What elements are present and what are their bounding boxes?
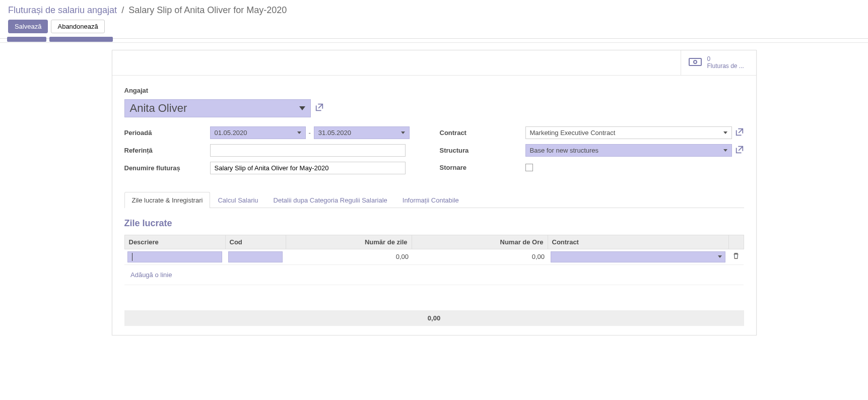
reversal-label: Stornare	[440, 162, 525, 173]
employee-select[interactable]: Anita Oliver	[124, 99, 311, 117]
row-description-input[interactable]	[127, 251, 222, 262]
money-icon	[688, 57, 702, 69]
contract-select[interactable]: Marketing Executive Contract	[525, 126, 732, 139]
right-column: Contract Marketing Executive Contract St…	[440, 126, 744, 179]
col-hours: Numar de Ore	[412, 235, 548, 249]
table-total: 0,00	[124, 310, 744, 326]
tab-details[interactable]: Detalii dupa Categoria Regulii Salariale	[266, 192, 395, 208]
tab-worked-days[interactable]: Zile lucrate & Inregistrari	[124, 192, 211, 208]
trash-icon[interactable]	[732, 253, 740, 261]
discard-button[interactable]: Abandonează	[51, 20, 104, 33]
reversal-checkbox[interactable]	[525, 164, 533, 171]
structure-label: Structura	[440, 145, 525, 156]
chevron-down-icon	[401, 131, 405, 134]
slip-name-label: Denumire fluturaș	[124, 162, 210, 174]
worked-days-table: Descriere Cod Număr de zile Numar de Ore…	[124, 235, 744, 285]
col-contract: Contract	[548, 235, 728, 249]
tab-accounting[interactable]: Informații Contabile	[395, 192, 466, 208]
external-link-icon[interactable]	[735, 127, 744, 138]
col-days: Număr de zile	[286, 235, 412, 249]
payslip-count-button[interactable]: 0 Fluturas de ...	[681, 50, 756, 75]
chevron-down-icon	[297, 131, 301, 134]
reference-label: Referință	[124, 145, 210, 156]
tabs: Zile lucrate & Inregistrari Calcul Salar…	[124, 191, 744, 208]
status-bar	[0, 39, 868, 43]
tab-salary-calc[interactable]: Calcul Salariu	[210, 192, 265, 208]
contract-label: Contract	[440, 127, 525, 139]
date-separator: -	[309, 129, 311, 137]
chevron-down-icon	[718, 255, 722, 258]
breadcrumb-current: Salary Slip of Anita Oliver for May-2020	[128, 5, 287, 15]
reference-input[interactable]	[210, 144, 406, 157]
chevron-down-icon	[723, 149, 727, 152]
period-label: Perioadă	[124, 127, 210, 139]
table-row: 0,00 0,00	[124, 249, 744, 264]
row-days-value[interactable]: 0,00	[286, 249, 412, 264]
svg-rect-0	[689, 58, 701, 65]
form-sheet: 0 Fluturas de ... Angajat Anita Oliver P…	[112, 50, 757, 336]
add-line-link[interactable]: Adăugă o linie	[127, 267, 741, 283]
save-button[interactable]: Salvează	[8, 20, 48, 33]
svg-point-1	[694, 60, 697, 63]
date-to-input[interactable]: 31.05.2020	[314, 126, 410, 139]
worked-days-title: Zile lucrate	[124, 218, 744, 229]
chevron-down-icon	[723, 131, 727, 134]
stat-text: 0 Fluturas de ...	[707, 55, 744, 70]
chevron-down-icon	[299, 106, 305, 110]
row-code-input[interactable]	[228, 251, 283, 262]
left-column: Perioadă 01.05.2020 - 31.05.2020	[124, 126, 426, 179]
slip-name-input[interactable]	[210, 162, 406, 174]
col-delete	[728, 235, 744, 249]
stat-bar: 0 Fluturas de ...	[112, 50, 756, 76]
employee-label: Angajat	[124, 85, 744, 96]
col-description: Descriere	[124, 235, 225, 249]
external-link-icon[interactable]	[315, 103, 324, 113]
structure-select[interactable]: Base for new structures	[525, 144, 732, 157]
row-contract-select[interactable]	[551, 251, 725, 262]
action-bar: Salvează Abandonează	[0, 20, 868, 38]
breadcrumb-separator: /	[121, 5, 124, 15]
breadcrumb-parent-link[interactable]: Fluturași de salariu angajat	[8, 5, 117, 15]
date-from-input[interactable]: 01.05.2020	[210, 126, 306, 139]
row-hours-value[interactable]: 0,00	[412, 249, 548, 264]
breadcrumb: Fluturași de salariu angajat / Salary Sl…	[0, 0, 868, 20]
col-code: Cod	[225, 235, 286, 249]
external-link-icon[interactable]	[735, 145, 744, 156]
